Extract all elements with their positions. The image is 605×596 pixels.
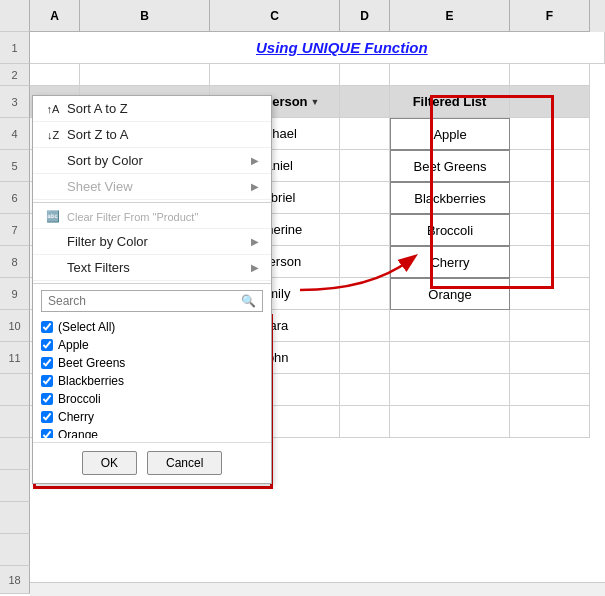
row-num-4: 4: [0, 118, 30, 150]
spreadsheet: 1 2 3 4 5 6 7 8 9 10 11 18 A B C D E F: [0, 0, 605, 596]
r12-d: [340, 374, 390, 406]
checkbox-item-3[interactable]: Broccoli: [41, 390, 263, 408]
checkbox-blackberries[interactable]: [41, 375, 53, 387]
select-all-item[interactable]: (Select All): [41, 318, 263, 336]
sheet-view-label: Sheet View: [67, 179, 133, 194]
row4-f: [510, 118, 590, 150]
row10-d: [340, 310, 390, 342]
col-f-label: F: [510, 0, 590, 32]
checkbox-list: (Select All) Apple Beet Greens Blackberr…: [41, 318, 263, 438]
row10-e: [390, 310, 510, 342]
row5-filtered-1: Beet Greens: [390, 150, 510, 182]
col-b-label: B: [80, 0, 210, 32]
title-cell: Using UNIQUE Function: [80, 32, 605, 64]
row-num-11: 11: [0, 342, 30, 374]
row-2: [30, 64, 605, 86]
checkbox-item-1[interactable]: Beet Greens: [41, 354, 263, 372]
spreadsheet-title: Using UNIQUE Function: [256, 39, 428, 56]
divider-2: [33, 283, 271, 284]
r13-f: [510, 406, 590, 438]
checkbox-item-4[interactable]: Cherry: [41, 408, 263, 426]
sort-a-z-item[interactable]: ↑A Sort A to Z: [33, 96, 271, 122]
row-num-spacer3: [0, 438, 30, 470]
row2-d: [340, 64, 390, 86]
title-cell-a: [30, 32, 80, 64]
checkbox-apple-label: Apple: [58, 338, 89, 352]
header-f: [510, 86, 590, 118]
horizontal-scrollbar[interactable]: [30, 582, 605, 596]
checkbox-item-2[interactable]: Blackberries: [41, 372, 263, 390]
checkbox-cherry[interactable]: [41, 411, 53, 423]
row2-f: [510, 64, 590, 86]
col-header-row: A B C D E F: [30, 0, 605, 32]
row7-d: [340, 214, 390, 246]
row-num-3: 3: [0, 86, 30, 118]
row9-filtered-5: Orange: [390, 278, 510, 310]
cancel-button[interactable]: Cancel: [147, 451, 222, 475]
row-num-spacer5: [0, 502, 30, 534]
row6-filtered-2: Blackberries: [390, 182, 510, 214]
row-num-header: [0, 0, 30, 32]
row-num-spacer4: [0, 470, 30, 502]
clear-filter-item: 🔤 Clear Filter From "Product": [33, 205, 271, 229]
sort-z-a-item[interactable]: ↓Z Sort Z to A: [33, 122, 271, 148]
row10-f: [510, 310, 590, 342]
sort-za-icon: ↓Z: [45, 129, 61, 141]
col-d-label: D: [340, 0, 390, 32]
col-e-label: E: [390, 0, 510, 32]
filtered-list-header-text: Filtered List: [413, 94, 487, 109]
col-a-label: A: [30, 0, 80, 32]
filter-by-color-label: Filter by Color: [67, 234, 148, 249]
text-filters-label: Text Filters: [67, 260, 130, 275]
checkbox-orange[interactable]: [41, 429, 53, 438]
checkbox-broccoli-label: Broccoli: [58, 392, 101, 406]
row-num-6: 6: [0, 182, 30, 214]
checkbox-item-5[interactable]: Orange: [41, 426, 263, 438]
checkbox-apple[interactable]: [41, 339, 53, 351]
r12-e: [390, 374, 510, 406]
menu-buttons: OK Cancel: [33, 442, 271, 483]
search-box[interactable]: 🔍: [41, 290, 263, 312]
checkbox-item-0[interactable]: Apple: [41, 336, 263, 354]
row6-f: [510, 182, 590, 214]
select-all-label: (Select All): [58, 320, 115, 334]
checkbox-beet-greens[interactable]: [41, 357, 53, 369]
search-input[interactable]: [48, 294, 241, 308]
row2-e: [390, 64, 510, 86]
title-row: Using UNIQUE Function: [30, 32, 605, 64]
filter-by-color-item[interactable]: Filter by Color ▶: [33, 229, 271, 255]
row-num-8: 8: [0, 246, 30, 278]
clear-filter-icon: 🔤: [45, 210, 61, 223]
row5-d: [340, 150, 390, 182]
sort-az-icon: ↑A: [45, 103, 61, 115]
row9-d: [340, 278, 390, 310]
row-num-2: 2: [0, 64, 30, 86]
row-num-7: 7: [0, 214, 30, 246]
salesperson-dropdown-arrow[interactable]: ▼: [311, 97, 320, 107]
text-filters-item[interactable]: Text Filters ▶: [33, 255, 271, 281]
row-num-10: 10: [0, 310, 30, 342]
filter-color-arrow: ▶: [251, 236, 259, 247]
header-d: [340, 86, 390, 118]
select-all-checkbox[interactable]: [41, 321, 53, 333]
row11-f: [510, 342, 590, 374]
sort-by-color-label: Sort by Color: [67, 153, 143, 168]
checkbox-beet-greens-label: Beet Greens: [58, 356, 125, 370]
row-num-1: 1: [0, 32, 30, 64]
sort-by-color-item[interactable]: Sort by Color ▶: [33, 148, 271, 174]
col-c-label: C: [210, 0, 340, 32]
row6-d: [340, 182, 390, 214]
row7-f: [510, 214, 590, 246]
divider-1: [33, 202, 271, 203]
row2-a: [30, 64, 80, 86]
ok-button[interactable]: OK: [82, 451, 137, 475]
row-num-9: 9: [0, 278, 30, 310]
r13-d: [340, 406, 390, 438]
sheet-view-arrow: ▶: [251, 181, 259, 192]
text-filters-arrow: ▶: [251, 262, 259, 273]
row-num-spacer1: [0, 374, 30, 406]
row7-filtered-3: Broccoli: [390, 214, 510, 246]
clear-filter-label: Clear Filter From "Product": [67, 211, 198, 223]
checkbox-orange-label: Orange: [58, 428, 98, 438]
checkbox-broccoli[interactable]: [41, 393, 53, 405]
